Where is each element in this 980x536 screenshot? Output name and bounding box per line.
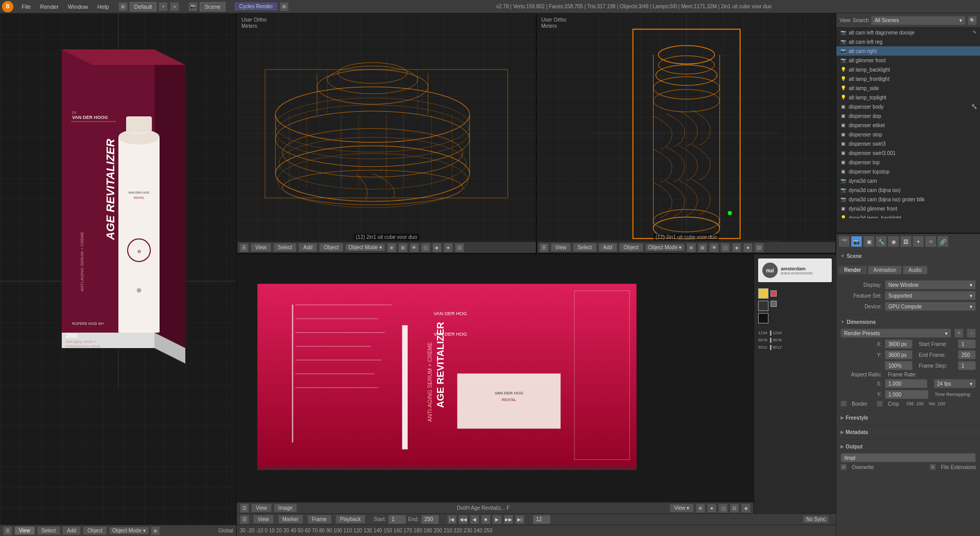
render-tab-render[interactable]: Render bbox=[838, 266, 867, 274]
engine-selector[interactable]: Cycles Render bbox=[235, 3, 278, 10]
end-frame-field[interactable]: 250 bbox=[421, 515, 439, 524]
all-scenes-dropdown[interactable]: All Scenes ▾ bbox=[871, 16, 966, 25]
vp-right-icon1[interactable]: ⊕ bbox=[687, 243, 696, 252]
add-tab-left[interactable]: Add bbox=[62, 526, 81, 535]
layout-selector[interactable]: Default bbox=[130, 2, 157, 11]
vp-right-icon7[interactable]: ⊡ bbox=[755, 243, 764, 252]
vp-right-mode-dropdown[interactable]: Object Mode ▾ bbox=[645, 244, 685, 251]
play-fwd2-btn[interactable]: ▶▶ bbox=[504, 515, 513, 524]
vp-right-header-icon[interactable]: ☰ bbox=[539, 243, 549, 252]
physics-props-icon[interactable]: ⚛ bbox=[925, 236, 936, 247]
overwrite-checkbox[interactable]: ✓ bbox=[841, 464, 847, 470]
object-props-icon[interactable]: ▣ bbox=[863, 236, 874, 247]
vp-left-header-icon[interactable]: ☰ bbox=[239, 243, 249, 252]
object-tab-left[interactable]: Object bbox=[83, 526, 107, 535]
menu-window[interactable]: Window bbox=[64, 3, 92, 11]
vp-left-icon1[interactable]: ⊕ bbox=[387, 243, 396, 252]
vp-left-view-btn[interactable]: View bbox=[251, 243, 271, 252]
play-start-btn[interactable]: |◀ bbox=[447, 515, 457, 524]
screen-layout-icon[interactable]: ⊞ bbox=[118, 2, 128, 11]
outliner-item-10[interactable]: ▣ dispenser etiket bbox=[836, 120, 980, 130]
outliner-item-2[interactable]: 📷 alt cam right bbox=[836, 46, 980, 56]
outliner-item-4[interactable]: 💡 alt lamp_backlight bbox=[836, 65, 980, 74]
frame-rate-dropdown[interactable]: 24 fps ▾ bbox=[934, 379, 976, 388]
outliner-item-20[interactable]: 💡 dyna3d lamp_backlight bbox=[836, 213, 980, 218]
display-dropdown[interactable]: New Window ▾ bbox=[885, 280, 976, 289]
play-rev-btn[interactable]: ◀◀ bbox=[459, 515, 468, 524]
vp-left-add-btn[interactable]: Add bbox=[299, 243, 317, 252]
viewport-controls[interactable]: ⊕ bbox=[151, 526, 160, 535]
outliner-item-13[interactable]: ▣ dispenser swirl3.001 bbox=[836, 148, 980, 158]
vp-right-select-btn[interactable]: Select bbox=[573, 243, 597, 252]
percent-field[interactable]: 100% bbox=[885, 361, 913, 370]
play-back-btn[interactable]: ◀ bbox=[470, 515, 479, 524]
menu-file[interactable]: File bbox=[18, 3, 35, 11]
render-tab-audio[interactable]: Audio bbox=[903, 266, 927, 274]
scene-props-icon[interactable]: 🎬 bbox=[838, 236, 850, 247]
outliner-item-17[interactable]: 📷 dyna3d cam (bijna iso) bbox=[836, 185, 980, 195]
object-mode-dropdown-left[interactable]: Object Mode ▾ bbox=[109, 527, 149, 534]
outliner-item-8[interactable]: ▣ dispenser body 🔧 bbox=[836, 102, 980, 111]
frame-end-field[interactable]: 250 bbox=[958, 350, 976, 359]
vp-right-icon3[interactable]: 👁 bbox=[709, 243, 719, 252]
vp-left-select-btn[interactable]: Select bbox=[273, 243, 297, 252]
vp-right-icon6[interactable]: ● bbox=[743, 243, 752, 252]
outliner-item-16[interactable]: 📷 dyna3d cam bbox=[836, 176, 980, 185]
outliner-item-14[interactable]: ▣ dispenser top bbox=[836, 158, 980, 167]
outliner-item-6[interactable]: 💡 alt lamp_side bbox=[836, 83, 980, 93]
outliner-item-15[interactable]: ▣ dispenser topstop bbox=[836, 167, 980, 176]
vp-left-icon4[interactable]: ◻ bbox=[421, 243, 430, 252]
current-frame-field[interactable]: 12 bbox=[533, 515, 551, 524]
vp-right-add-btn[interactable]: Add bbox=[599, 243, 617, 252]
outliner-item-18[interactable]: 📷 dyna3d cam (bijna iso) groter blik bbox=[836, 195, 980, 204]
outliner-item-3[interactable]: 📷 alt glimmer front bbox=[836, 56, 980, 65]
frame-step-field[interactable]: 1 bbox=[958, 361, 976, 370]
layout-remove-icon[interactable]: × bbox=[170, 2, 179, 11]
constraints-props-icon[interactable]: 🔗 bbox=[937, 236, 949, 247]
outliner-item-19[interactable]: ▣ dyna3d glimmer front bbox=[836, 204, 980, 213]
view-tab-left[interactable]: View bbox=[14, 526, 35, 535]
timeline-view-btn[interactable]: View bbox=[253, 515, 274, 524]
uv-icon5[interactable]: ◈ bbox=[741, 504, 750, 513]
play-end-btn[interactable]: ▶| bbox=[515, 515, 524, 524]
uv-image-btn[interactable]: Image bbox=[274, 504, 297, 512]
menu-help[interactable]: Help bbox=[93, 3, 113, 11]
frame-start-field[interactable]: 1 bbox=[958, 339, 976, 349]
uv-icon1[interactable]: ⊕ bbox=[696, 504, 705, 513]
scene-selector[interactable]: Scene bbox=[200, 2, 225, 11]
play-fwd-btn[interactable]: ▶ bbox=[493, 515, 502, 524]
engine-settings-icon[interactable]: ⚙ bbox=[279, 2, 289, 11]
timeline-frame-btn[interactable]: Frame bbox=[307, 515, 331, 524]
vp-left-icon2[interactable]: ⊞ bbox=[398, 243, 408, 252]
render-tab-animation[interactable]: Animation bbox=[868, 266, 902, 274]
outliner-item-7[interactable]: 💡 alt lamp_toplight bbox=[836, 93, 980, 102]
vp-left-icon7[interactable]: ⊡ bbox=[455, 243, 464, 252]
res-x-field[interactable]: 3600 px bbox=[885, 339, 913, 349]
vp-right-view-btn[interactable]: View bbox=[551, 243, 571, 252]
presets-add-btn[interactable]: + bbox=[954, 328, 964, 338]
uv-view-btn[interactable]: View bbox=[251, 504, 272, 512]
start-frame-field[interactable]: 1 bbox=[388, 515, 406, 524]
outliner-item-9[interactable]: ▣ dispenser dop bbox=[836, 111, 980, 120]
uv-header-icon[interactable]: ☰ bbox=[240, 504, 249, 513]
vp-left-mode-dropdown[interactable]: Object Mode ▾ bbox=[345, 244, 385, 251]
vp-left-icon5[interactable]: ◈ bbox=[432, 243, 442, 252]
render-presets-dropdown[interactable]: Render Presets ▾ bbox=[841, 328, 951, 338]
texture-props-icon[interactable]: 🖼 bbox=[900, 236, 912, 247]
feature-set-dropdown[interactable]: Supported ▾ bbox=[885, 291, 976, 300]
timeline-header-icon[interactable]: ☰ bbox=[240, 515, 249, 524]
play-stop-btn[interactable]: ■ bbox=[481, 515, 491, 524]
output-path-field[interactable]: /tmpl bbox=[841, 453, 976, 462]
res-y-field[interactable]: 3600 px bbox=[885, 350, 913, 359]
aspect-x-field[interactable]: 1.000 bbox=[885, 379, 927, 388]
uv-icon3[interactable]: ◻ bbox=[719, 504, 728, 513]
modifier-props-icon[interactable]: 🔧 bbox=[876, 236, 887, 247]
sync-dropdown[interactable]: No Sync bbox=[803, 515, 829, 523]
uv-icon2[interactable]: ● bbox=[707, 504, 716, 513]
layout-add-icon[interactable]: + bbox=[159, 2, 168, 11]
material-props-icon[interactable]: ◉ bbox=[888, 236, 899, 247]
particles-props-icon[interactable]: ✦ bbox=[913, 236, 924, 247]
render-props-icon[interactable]: 📷 bbox=[851, 236, 862, 247]
outliner-item-11[interactable]: ▣ dispenser stop bbox=[836, 130, 980, 139]
vp-right-icon4[interactable]: ◻ bbox=[721, 243, 730, 252]
